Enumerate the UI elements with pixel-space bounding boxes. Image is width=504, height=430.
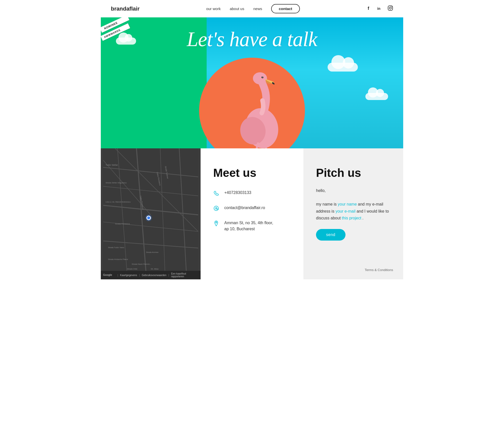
social-links: f in xyxy=(366,5,393,12)
linkedin-icon[interactable]: in xyxy=(377,5,383,12)
nav-news[interactable]: news xyxy=(253,7,262,11)
svg-line-11 xyxy=(266,145,267,148)
svg-text:Strada Hristache Pitarul: Strada Hristache Pitarul xyxy=(108,258,128,260)
svg-text:Scoala Floreasca: Scoala Floreasca xyxy=(115,223,130,225)
map-streets-svg: Tudor Stefan Strada Stefan Negulescu Lte… xyxy=(101,148,201,272)
svg-text:Strada Chile: Strada Chile xyxy=(127,268,137,270)
cloud-right-bottom xyxy=(365,93,388,100)
svg-text:Strada Amman: Strada Amman xyxy=(146,251,159,253)
svg-point-40 xyxy=(216,222,217,223)
facebook-icon[interactable]: f xyxy=(366,5,372,12)
email-icon xyxy=(213,205,219,213)
your-name-link[interactable]: your name xyxy=(338,202,357,206)
map-location-dot xyxy=(146,216,151,220)
pitch-us-panel: Pitch us hello, my name is your name and… xyxy=(303,148,403,279)
map-gebruiksvoorwaarden[interactable]: Gebruiksvoorwaarden xyxy=(142,274,167,277)
svg-point-9 xyxy=(262,77,263,77)
phone-item: +40728303133 xyxy=(213,190,291,198)
map-fout-rapporteren[interactable]: Een kaartfout rapporteren xyxy=(171,272,199,278)
pitch-us-heading: Pitch us xyxy=(316,166,391,180)
svg-text:Strada Stefan Negulescu: Strada Stefan Negulescu xyxy=(106,182,127,184)
address-text: Amman St, no 35, 4th floor, ap 10, Bucha… xyxy=(224,220,273,232)
terms-link[interactable]: Terms & Conditions xyxy=(365,268,393,272)
svg-text:Ltea Lt. Av. Marcel Andreescu: Ltea Lt. Av. Marcel Andreescu xyxy=(106,201,131,203)
address-icon xyxy=(213,220,219,228)
hero-section: NOMINEE AWWWARDS Let's have a talk xyxy=(101,17,403,148)
meet-us-panel: Meet us +40728303133 contact@brandaffair… xyxy=(201,148,303,279)
map-kaartgegevens[interactable]: Kaartgegevens xyxy=(120,274,137,277)
google-label: Google xyxy=(103,273,115,277)
email-address: contact@brandaffair.ro xyxy=(224,205,265,211)
svg-point-3 xyxy=(389,7,391,9)
svg-text:Str. Albac: Str. Albac xyxy=(151,268,159,270)
this-project-link[interactable]: this project xyxy=(342,216,361,220)
phone-number: +40728303133 xyxy=(224,190,251,196)
address-item: Amman St, no 35, 4th floor, ap 10, Bucha… xyxy=(213,220,291,232)
svg-point-8 xyxy=(262,77,264,78)
site-header: brandaflair our work about us news conta… xyxy=(101,0,403,17)
nav-our-work[interactable]: our work xyxy=(206,7,221,11)
nav-about-us[interactable]: about us xyxy=(230,7,244,11)
map-footer: Google | Kaartgegevens | Gebruiksvoorwaa… xyxy=(101,271,201,279)
email-item: contact@brandaffair.ro xyxy=(213,205,291,213)
svg-point-4 xyxy=(391,6,392,7)
svg-text:Strada Naum Ramnic...: Strada Naum Ramnic... xyxy=(132,263,151,265)
main-nav: our work about us news contact xyxy=(206,4,300,13)
pitch-body: my name is your name and my e-mail addre… xyxy=(316,201,391,221)
hero-title: Let's have a talk xyxy=(187,27,317,51)
flamingo-image xyxy=(225,68,296,148)
phone-icon xyxy=(213,190,219,198)
cloud-right-top xyxy=(328,63,358,72)
pitch-part1: my name is xyxy=(316,202,338,206)
map-background: Tudor Stefan Strada Stefan Negulescu Lte… xyxy=(101,148,201,279)
nominee-badge: NOMINEE AWWWARDS xyxy=(101,27,131,39)
map-panel[interactable]: Tudor Stefan Strada Stefan Negulescu Lte… xyxy=(101,148,201,279)
svg-text:Google: Google xyxy=(103,274,112,276)
svg-point-7 xyxy=(253,72,267,84)
svg-text:in: in xyxy=(377,7,380,11)
logo-prefix: brand xyxy=(111,6,126,12)
svg-text:Tudor Stefan: Tudor Stefan xyxy=(106,164,118,166)
nav-contact[interactable]: contact xyxy=(271,4,300,13)
svg-text:Strada Tudor Vianu: Strada Tudor Vianu xyxy=(108,246,124,249)
pitch-text: hello, my name is your name and my e-mai… xyxy=(316,187,391,221)
your-email-link[interactable]: your e-mail xyxy=(335,209,355,213)
send-button[interactable]: send xyxy=(316,229,345,241)
bottom-section: Tudor Stefan Strada Stefan Negulescu Lte… xyxy=(101,148,403,279)
hello-text: hello, xyxy=(316,187,391,194)
svg-text:f: f xyxy=(368,6,369,11)
pitch-part4: . xyxy=(361,216,364,220)
meet-us-heading: Meet us xyxy=(213,166,291,180)
logo[interactable]: brandaflair xyxy=(111,6,140,12)
instagram-icon[interactable] xyxy=(388,5,393,12)
logo-suffix: aflair xyxy=(126,6,140,12)
